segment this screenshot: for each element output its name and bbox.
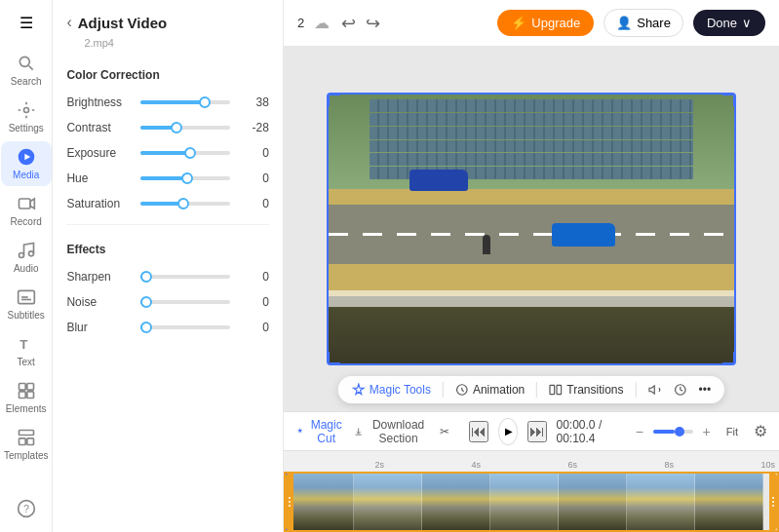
corner-handle-br[interactable] — [722, 352, 736, 365]
sidebar-item-templates[interactable]: Templates — [1, 422, 52, 467]
sidebar-item-settings[interactable]: Settings — [1, 95, 52, 139]
film-frame-7 — [695, 474, 763, 530]
upgrade-button[interactable]: ⚡ Upgrade — [497, 10, 594, 36]
undo-button[interactable]: ↩ — [339, 11, 358, 36]
play-button[interactable]: ▶ — [498, 418, 518, 445]
zoom-in-btn[interactable]: + — [703, 424, 711, 439]
film-frame-3 — [422, 474, 490, 530]
magic-cut-button[interactable]: Magic Cut — [295, 418, 344, 445]
filmstrip-handle-right[interactable] — [769, 474, 777, 530]
more-btn[interactable]: ••• — [699, 383, 712, 397]
search-icon — [17, 54, 36, 73]
download-icon — [354, 425, 363, 438]
noise-slider[interactable] — [140, 300, 230, 304]
animation-btn[interactable]: Animation — [455, 383, 525, 397]
sidebar-item-label: Media — [13, 170, 39, 180]
upgrade-label: Upgrade — [531, 16, 580, 30]
road — [329, 205, 734, 264]
svg-point-0 — [19, 57, 29, 66]
hamburger-icon: ☰ — [19, 14, 33, 32]
track — [329, 189, 734, 296]
contrast-slider[interactable] — [140, 126, 230, 130]
sidebar-item-record[interactable]: Record — [1, 188, 52, 233]
settings-icon — [17, 100, 36, 120]
elements-icon — [17, 381, 36, 400]
magic-tools-label: Magic Tools — [370, 383, 431, 397]
sharpen-label: Sharpen — [66, 270, 133, 284]
center-line — [329, 233, 734, 236]
play-icon: ▶ — [505, 426, 513, 437]
svg-rect-16 — [27, 392, 34, 399]
car-right — [552, 223, 615, 247]
help-icon: ? — [17, 499, 36, 518]
zoom-out-btn[interactable]: − — [636, 424, 643, 439]
contrast-row: Contrast -28 — [53, 115, 283, 140]
time-total: 00:10.4 — [557, 432, 596, 445]
sidebar: ☰ Search Settings Media Record Audio Sub… — [0, 0, 53, 532]
sidebar-item-media[interactable]: Media — [1, 141, 52, 186]
blur-slider[interactable] — [140, 325, 230, 329]
toolbar-divider3 — [636, 382, 637, 398]
sidebar-item-text[interactable]: T Text — [1, 328, 52, 373]
exposure-label: Exposure — [66, 146, 133, 160]
templates-icon — [17, 428, 36, 447]
time-separator: / — [599, 418, 602, 432]
done-button[interactable]: Done ∨ — [693, 10, 765, 36]
audio-icon — [17, 241, 36, 260]
sidebar-hamburger[interactable]: ☰ — [1, 8, 52, 38]
sidebar-item-search[interactable]: Search — [1, 48, 52, 93]
filmstrip-handle-left[interactable] — [286, 474, 293, 530]
audio-toolbar-btn[interactable] — [648, 383, 662, 397]
cloud-icon: ☁ — [314, 14, 330, 32]
ruler-mark-6s: 6s — [567, 460, 577, 470]
skip-fwd-button[interactable]: ⏭ — [527, 421, 547, 442]
sidebar-item-label: Elements — [6, 403, 47, 414]
noise-label: Noise — [66, 295, 133, 309]
timeline-ruler: 2s 4s 6s 8s 10s — [284, 450, 779, 472]
sidebar-item-help[interactable]: ? — [1, 493, 52, 524]
timeline-settings-btn[interactable]: ⚙ — [754, 422, 767, 440]
fit-button[interactable]: Fit — [721, 424, 744, 439]
magic-cut-label: Magic Cut — [308, 418, 344, 445]
download-section-button[interactable]: Download Section — [354, 418, 430, 445]
video-toolbar: Magic Tools Animation Transitions ••• — [338, 376, 724, 403]
filmstrip — [286, 474, 777, 530]
corner-handle-tr[interactable] — [722, 93, 736, 106]
share-icon: 👤 — [616, 16, 632, 30]
timeline-track[interactable] — [284, 472, 779, 532]
hue-slider[interactable] — [140, 176, 230, 180]
share-button[interactable]: 👤 Share — [604, 9, 683, 37]
top-bar: 2 ☁ ↩ ↪ ⚡ Upgrade 👤 Share Done ∨ — [284, 0, 779, 47]
contrast-value: -28 — [238, 121, 269, 134]
person — [483, 235, 490, 254]
zoom-slider[interactable] — [653, 430, 693, 434]
speed-btn[interactable] — [674, 383, 687, 397]
corner-handle-bl[interactable] — [327, 352, 340, 365]
saturation-slider[interactable] — [140, 202, 230, 206]
exposure-value: 0 — [238, 146, 269, 160]
brightness-slider[interactable] — [140, 100, 230, 104]
sidebar-item-audio[interactable]: Audio — [1, 235, 52, 280]
color-correction-label: Color Correction — [53, 58, 283, 90]
audio-toolbar-icon — [648, 383, 662, 397]
main-content: 2 ☁ ↩ ↪ ⚡ Upgrade 👤 Share Done ∨ — [284, 0, 779, 532]
skip-back-button[interactable]: ⏮ — [469, 421, 488, 442]
done-label: Done — [707, 16, 737, 30]
sidebar-item-subtitles[interactable]: Subtitles — [1, 282, 52, 326]
svg-line-1 — [28, 66, 32, 70]
sharpen-slider[interactable] — [140, 275, 230, 279]
download-label: Download Section — [367, 418, 430, 445]
svg-rect-17 — [19, 431, 33, 436]
scissors-button[interactable]: ✂ — [440, 425, 449, 438]
exposure-slider[interactable] — [140, 151, 230, 155]
magic-tools-btn[interactable]: Magic Tools — [352, 383, 431, 397]
sidebar-item-elements[interactable]: Elements — [1, 375, 52, 420]
corner-handle-tl[interactable] — [327, 93, 340, 106]
transitions-btn[interactable]: Transitions — [549, 383, 623, 397]
done-arrow: ∨ — [742, 16, 752, 30]
sidebar-item-label: Settings — [9, 123, 44, 133]
seats — [370, 99, 694, 179]
redo-button[interactable]: ↪ — [364, 11, 382, 36]
back-button[interactable]: ‹ — [66, 14, 71, 31]
media-icon — [17, 147, 36, 167]
